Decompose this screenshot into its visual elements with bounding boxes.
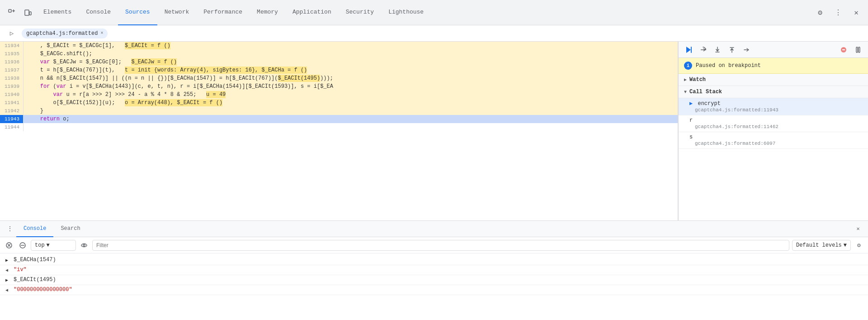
- file-tab-close[interactable]: ×: [100, 31, 103, 36]
- line-number: 11944: [0, 123, 24, 131]
- table-row: 11941 o[$_EACIt(152)](u); o = Array(448)…: [0, 99, 678, 107]
- console-settings-icon[interactable]: ⚙: [854, 240, 864, 251]
- close-devtools-icon[interactable]: ✕: [848, 5, 864, 21]
- svg-rect-7: [856, 47, 858, 53]
- line-number: 11939: [0, 82, 24, 91]
- tab-memory[interactable]: Memory: [250, 0, 285, 25]
- code-panel: 11934 , $_EACIt = $_EACGc[1], $_EACIt = …: [0, 42, 678, 220]
- table-row: 11943 return o;: [0, 115, 678, 123]
- breakpoint-banner: i Paused on breakpoint: [679, 58, 868, 74]
- expand-arrow-4[interactable]: ◀: [5, 287, 11, 293]
- svg-rect-4: [691, 47, 692, 53]
- line-content: t = h[$_EACHa(767)](t), t = init {words:…: [24, 66, 678, 74]
- frame-name: r: [689, 117, 693, 124]
- clear-console-icon[interactable]: [4, 240, 14, 251]
- tab-security[interactable]: Security: [339, 0, 381, 25]
- console-output: ▶ $_EACHa(1547) ◀ "iv" ▶ $_EACIt(1495) ◀…: [0, 253, 868, 320]
- table-row: 11944: [0, 123, 678, 131]
- deactivate-breakpoints-button[interactable]: [837, 43, 850, 56]
- show-sidebar-icon[interactable]: ▷: [4, 25, 20, 42]
- line-number: 11936: [0, 58, 24, 66]
- svg-rect-2: [29, 12, 31, 15]
- call-stack-frame-encrypt[interactable]: encrypt gcaptcha4.js:formatted:11943: [679, 98, 868, 115]
- call-stack-frame-s[interactable]: s gcaptcha4.js:formatted:6097: [679, 132, 868, 149]
- expand-arrow-3[interactable]: ▶: [5, 277, 11, 283]
- top-nav-bar: Elements Console Sources Network Perform…: [0, 0, 868, 25]
- more-options-icon[interactable]: ⋮: [830, 5, 846, 21]
- step-into-button[interactable]: [711, 43, 724, 56]
- table-row: 11940 var u = r[a >>> 2] >>> 24 - a % 4 …: [0, 91, 678, 99]
- line-number: 11942: [0, 107, 24, 115]
- console-area: ⋮ Console Search ✕ top ▼: [0, 220, 868, 320]
- line-content: for (var i = v[$_EACHa(1443)](c, e, t, n…: [24, 82, 678, 91]
- tab-console[interactable]: Console: [16, 221, 53, 237]
- step-over-button[interactable]: [697, 43, 709, 56]
- console-row-4: ◀ "0000000000000000": [0, 285, 868, 295]
- frame-location: gcaptcha4.js:formatted:11943: [689, 107, 778, 113]
- file-tab-label: gcaptcha4.js:formatted: [26, 30, 98, 37]
- code-scroll[interactable]: 11934 , $_EACIt = $_EACGc[1], $_EACIt = …: [0, 42, 678, 220]
- watch-chevron: ▶: [684, 77, 687, 82]
- step-out-button[interactable]: [726, 43, 738, 56]
- line-content: o[$_EACIt(152)](u); o = Array(448), $_EA…: [24, 99, 678, 107]
- console-value-2: "iv": [14, 267, 27, 273]
- call-stack-frame-r[interactable]: r gcaptcha4.js:formatted:11462: [679, 115, 868, 132]
- debugger-toolbar: [679, 42, 868, 58]
- file-tab[interactable]: gcaptcha4.js:formatted ×: [22, 29, 108, 38]
- tab-elements[interactable]: Elements: [36, 0, 79, 25]
- pause-on-exceptions-button[interactable]: [852, 43, 864, 56]
- console-context-selector[interactable]: top ▼: [31, 240, 76, 251]
- console-row-3: ▶ $_EACIt(1495): [0, 275, 868, 285]
- no-entry-icon[interactable]: [17, 240, 28, 251]
- line-content: [24, 123, 678, 131]
- svg-rect-8: [859, 47, 860, 53]
- tab-lighthouse[interactable]: Lighthouse: [381, 0, 431, 25]
- table-row: 11939 for (var i = v[$_EACHa(1443)](c, e…: [0, 82, 678, 91]
- console-close-icon[interactable]: ✕: [852, 223, 864, 235]
- svg-marker-3: [686, 47, 691, 53]
- default-levels-dropdown[interactable]: Default levels ▼: [792, 240, 851, 251]
- table-row: 11942 }: [0, 107, 678, 115]
- expand-arrow-1[interactable]: ▶: [5, 258, 11, 263]
- expand-arrow-2[interactable]: ◀: [5, 267, 11, 273]
- console-toolbar: top ▼ Default levels ▼ ⚙: [0, 237, 868, 253]
- filter-input[interactable]: [92, 240, 789, 251]
- tab-performance[interactable]: Performance: [196, 0, 250, 25]
- console-menu-icon[interactable]: ⋮: [4, 223, 16, 235]
- line-content: var $_EACJw = $_EACGc[0]; $_EACJw = f (): [24, 58, 678, 66]
- resume-button[interactable]: [682, 43, 695, 56]
- line-number: 11938: [0, 74, 24, 82]
- right-panel: i Paused on breakpoint ▶ Watch ▼ Call St…: [678, 42, 868, 220]
- main-area: 11934 , $_EACIt = $_EACGc[1], $_EACIt = …: [0, 42, 868, 220]
- eye-icon[interactable]: [79, 240, 90, 251]
- tab-application[interactable]: Application: [285, 0, 339, 25]
- call-stack-label: Call Stack: [689, 89, 722, 95]
- watch-section-header[interactable]: ▶ Watch: [679, 74, 868, 86]
- tab-search[interactable]: Search: [53, 221, 87, 237]
- step-button[interactable]: [740, 43, 753, 56]
- svg-point-15: [83, 244, 85, 246]
- line-content: , $_EACIt = $_EACGc[1], $_EACIt = f (): [24, 42, 678, 50]
- line-number: 11935: [0, 50, 24, 58]
- table-row: 11936 var $_EACJw = $_EACGc[0]; $_EACJw …: [0, 58, 678, 66]
- tab-network[interactable]: Network: [157, 0, 197, 25]
- tab-console[interactable]: Console: [79, 0, 118, 25]
- inspect-element-icon[interactable]: [4, 5, 20, 21]
- console-row-1: ▶ $_EACHa(1547): [0, 255, 868, 265]
- default-levels-label: Default levels: [796, 242, 842, 248]
- svg-rect-1: [25, 10, 29, 15]
- line-number: 11941: [0, 99, 24, 107]
- settings-icon[interactable]: ⚙: [812, 5, 828, 21]
- call-stack-section-header[interactable]: ▼ Call Stack: [679, 86, 868, 98]
- console-value-4: "0000000000000000": [14, 287, 72, 293]
- device-toggle-icon[interactable]: [20, 5, 36, 21]
- frame-location: gcaptcha4.js:formatted:6097: [689, 141, 775, 146]
- tab-sources[interactable]: Sources: [118, 0, 157, 25]
- console-value-3: $_EACIt(1495): [14, 277, 56, 283]
- table-row: 11935 $_EACGc.shift();: [0, 50, 678, 58]
- line-content: return o;: [24, 115, 678, 123]
- line-number: 11934: [0, 42, 24, 50]
- line-content: var u = r[a >>> 2] >>> 24 - a % 4 * 8 & …: [24, 91, 678, 99]
- svg-rect-0: [9, 10, 11, 12]
- console-tabs-bar: ⋮ Console Search ✕: [0, 221, 868, 237]
